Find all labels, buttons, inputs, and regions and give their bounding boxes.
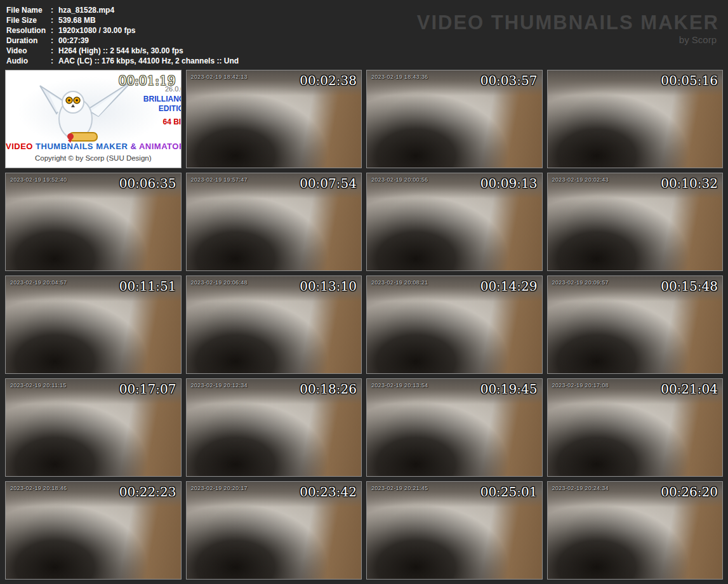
video-thumbnail: 2023-02-19 18:42:13 00:02:38	[186, 70, 362, 168]
thumb-timestamp: 00:13:10	[300, 279, 357, 294]
file-info-separator: :	[51, 36, 58, 46]
app-version: 26.0.0	[165, 85, 182, 93]
app-title: VIDEO THUMBNAILS MAKER	[417, 11, 719, 34]
file-info-label: File Name	[6, 5, 51, 15]
thumb-datetime-overlay: 2023-02-19 19:57:47	[191, 176, 248, 183]
video-thumbnail: 2023-02-19 20:04:57 00:11:51	[5, 275, 182, 374]
video-thumbnail: 00:05:16	[547, 70, 724, 168]
file-info-value: 1920x1080 / 30.00 fps	[58, 26, 135, 35]
file-info-value: H264 (High) :: 2 544 kb/s, 30.00 fps	[58, 46, 183, 55]
file-info-row: Audio:AAC (LC) :: 176 kbps, 44100 Hz, 2 …	[6, 56, 720, 66]
video-thumbnail: 2023-02-19 20:00:56 00:09:13	[366, 173, 543, 271]
thumb-timestamp: 00:03:57	[480, 73, 538, 88]
app-bits: 64 BIT	[162, 117, 181, 126]
video-thumbnail: 2023-02-19 20:24:34 00:26:20	[547, 481, 724, 580]
thumb-datetime-overlay: 2023-02-19 20:09:57	[552, 279, 609, 286]
app-wordmark: VIDEO THUMBNAILS MAKER & ANIMATOR	[6, 142, 181, 151]
thumb-timestamp: 00:15:48	[661, 279, 718, 294]
thumb-datetime-overlay: 2023-02-19 20:11:15	[10, 382, 67, 388]
file-info-separator: :	[51, 5, 58, 15]
video-thumbnail: 2023-02-19 20:21:45 00:25:01	[366, 481, 543, 580]
thumb-timestamp: 00:09:13	[480, 176, 538, 191]
thumb-datetime-overlay: 2023-02-19 20:00:56	[371, 176, 428, 183]
video-thumbnail: 2023-02-19 20:12:34 00:18:26	[186, 378, 362, 477]
thumb-timestamp: 00:11:51	[119, 279, 176, 294]
file-info-label: File Size	[6, 15, 51, 25]
file-info-label: Video	[6, 46, 51, 56]
thumb-datetime-overlay: 2023-02-19 20:18:46	[10, 485, 67, 491]
thumb-timestamp: 00:26:20	[661, 484, 718, 500]
app-copyright: Copyright © by Scorp (SUU Design)	[6, 154, 181, 162]
file-info-separator: :	[51, 46, 58, 56]
thumb-datetime-overlay: 2023-02-19 18:43:36	[371, 74, 428, 80]
thumb-datetime-overlay: 2023-02-19 20:24:34	[552, 485, 609, 491]
logo-card: 00:01:19 26.0.0 BRILLIANCE EDITION 64 BI…	[5, 70, 182, 168]
file-info-separator: :	[51, 25, 58, 36]
thumb-datetime-overlay: 2023-02-19 20:17:08	[552, 382, 609, 388]
file-info-label: Resolution	[6, 25, 51, 36]
file-info-value: AAC (LC) :: 176 kbps, 44100 Hz, 2 channe…	[58, 56, 239, 65]
app-brand: VIDEO THUMBNAILS MAKER by Scorp	[417, 11, 719, 45]
thumb-datetime-overlay: 2023-02-19 20:13:54	[371, 382, 428, 388]
file-info-value: 00:27:39	[58, 36, 89, 45]
video-thumbnail: 2023-02-19 20:06:48 00:13:10	[186, 275, 362, 374]
thumb-datetime-overlay: 2023-02-19 20:08:21	[371, 279, 428, 286]
app-edition: BRILLIANCE EDITION	[143, 95, 182, 114]
thumb-timestamp: 00:21:04	[661, 382, 718, 397]
file-info-separator: :	[51, 15, 58, 25]
file-info-label: Audio	[6, 56, 51, 66]
video-thumbnail: 2023-02-19 20:02:43 00:10:32	[547, 173, 724, 271]
app-edition-line1: BRILLIANCE	[143, 95, 182, 103]
app-wordmark-part: VIDEO	[6, 142, 33, 151]
thumb-timestamp: 00:22:23	[119, 484, 176, 500]
app-edition-line2: EDITION	[159, 104, 182, 113]
thumb-timestamp: 00:14:29	[480, 279, 538, 294]
app-wordmark-part: THUMBNAILS MAKER	[33, 142, 128, 151]
thumb-datetime-overlay: 2023-02-19 20:02:43	[552, 176, 609, 183]
thumb-datetime-overlay: 2023-02-19 20:04:57	[10, 279, 67, 286]
thumb-datetime-overlay: 2023-02-19 20:20:17	[191, 485, 248, 491]
header: File Name:hza_81528.mp4 File Size:539.68…	[0, 0, 728, 70]
thumb-timestamp: 00:06:35	[119, 176, 176, 191]
video-thumbnail: 2023-02-19 20:17:08 00:21:04	[547, 378, 724, 477]
video-thumbnail: 2023-02-19 20:09:57 00:15:48	[547, 275, 724, 374]
thumb-datetime-overlay: 2023-02-19 20:12:34	[191, 382, 248, 388]
thumb-timestamp: 00:10:32	[661, 176, 718, 191]
video-thumbnail: 2023-02-19 19:52:40 00:06:35	[5, 173, 182, 271]
app-wordmark-part: ANIMATOR	[139, 142, 182, 151]
thumbnail-grid: 00:01:19 26.0.0 BRILLIANCE EDITION 64 BI…	[0, 70, 728, 580]
app-wordmark-part: &	[128, 142, 139, 151]
thumb-datetime-overlay: 2023-02-19 20:21:45	[371, 485, 428, 491]
thumb-timestamp: 00:19:45	[480, 382, 538, 397]
file-info-row: Video:H264 (High) :: 2 544 kb/s, 30.00 f…	[6, 46, 720, 56]
thumb-timestamp: 00:05:16	[661, 73, 718, 88]
video-thumbnail: 2023-02-19 20:08:21 00:14:29	[366, 275, 543, 374]
thumb-timestamp: 00:02:38	[300, 73, 357, 88]
file-info-label: Duration	[6, 36, 51, 46]
thumb-datetime-overlay: 2023-02-19 19:52:40	[10, 176, 67, 183]
thumb-datetime-overlay: 2023-02-19 18:42:13	[191, 74, 248, 80]
thumb-timestamp: 00:18:26	[300, 382, 357, 397]
video-thumbnail: 2023-02-19 19:57:47 00:07:54	[186, 173, 362, 271]
thumb-timestamp: 00:07:54	[300, 176, 357, 191]
app-byline: by Scorp	[417, 34, 717, 45]
thumb-timestamp: 00:17:07	[119, 382, 176, 397]
video-thumbnail: 2023-02-19 20:11:15 00:17:07	[5, 378, 182, 477]
file-info-value: 539.68 MB	[58, 16, 96, 25]
thumb-timestamp: 00:23:42	[300, 484, 357, 500]
video-thumbnail: 2023-02-19 20:13:54 00:19:45	[366, 378, 543, 477]
thumb-timestamp: 00:25:01	[480, 484, 538, 500]
file-info-value: hza_81528.mp4	[58, 6, 114, 15]
video-thumbnail: 2023-02-19 20:18:46 00:22:23	[5, 481, 182, 580]
video-thumbnail: 2023-02-19 20:20:17 00:23:42	[186, 481, 362, 580]
file-info-separator: :	[51, 56, 58, 66]
video-thumbnail: 2023-02-19 18:43:36 00:03:57	[366, 70, 543, 168]
thumb-datetime-overlay: 2023-02-19 20:06:48	[191, 279, 248, 286]
